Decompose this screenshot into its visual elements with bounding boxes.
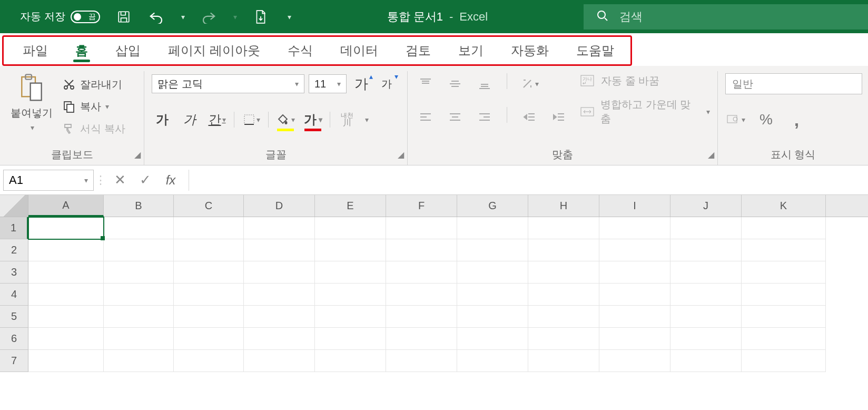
tab-6[interactable]: 검토 <box>392 37 445 64</box>
cell[interactable] <box>386 328 457 350</box>
file-export-button[interactable] <box>252 8 270 26</box>
align-bottom-button[interactable] <box>474 73 495 94</box>
cell[interactable] <box>599 239 670 261</box>
cell[interactable] <box>742 306 826 328</box>
cell[interactable] <box>244 350 315 372</box>
cell[interactable] <box>742 239 826 261</box>
cell[interactable] <box>244 328 315 350</box>
comma-button[interactable]: , <box>786 109 807 130</box>
autosave-toggle[interactable]: 끔 <box>71 11 100 23</box>
redo-button[interactable] <box>200 8 218 26</box>
cell[interactable] <box>599 284 670 306</box>
cell[interactable] <box>742 350 826 372</box>
tab-5[interactable]: 데이터 <box>327 37 392 64</box>
cancel-button[interactable]: ✕ <box>107 170 133 191</box>
cell[interactable] <box>742 328 826 350</box>
clipboard-launcher[interactable]: ◢ <box>134 150 141 160</box>
tab-9[interactable]: 도움말 <box>563 37 628 64</box>
cell[interactable] <box>457 261 528 284</box>
cell[interactable] <box>174 284 244 306</box>
name-box[interactable]: A1 ▾ <box>3 170 94 191</box>
align-middle-button[interactable] <box>445 73 466 94</box>
cell[interactable] <box>174 217 244 239</box>
cell[interactable] <box>599 261 670 284</box>
column-header[interactable]: K <box>742 195 826 217</box>
formula-input[interactable] <box>189 170 868 191</box>
undo-dropdown[interactable]: ▾ <box>181 13 185 21</box>
autosave[interactable]: 자동 저장 끔 <box>0 9 100 24</box>
align-right-button[interactable] <box>474 107 495 128</box>
search-box[interactable]: 검색 <box>584 4 868 30</box>
cell[interactable] <box>386 239 457 261</box>
cell[interactable] <box>599 328 670 350</box>
cell[interactable] <box>315 239 386 261</box>
cell[interactable] <box>28 217 104 239</box>
column-header[interactable]: D <box>244 195 315 217</box>
underline-button[interactable]: 간▾ <box>206 109 228 130</box>
cell[interactable] <box>244 284 315 306</box>
cell[interactable] <box>742 261 826 284</box>
merge-center-button[interactable]: 병합하고 가운데 맞춤 ▾ <box>580 97 710 126</box>
cell[interactable] <box>670 350 742 372</box>
cell[interactable] <box>174 261 244 284</box>
tab-1[interactable]: 홈 <box>62 37 102 64</box>
row-header[interactable]: 5 <box>0 306 28 328</box>
font-launcher[interactable]: ◢ <box>398 150 404 160</box>
cell[interactable] <box>599 350 670 372</box>
cell[interactable] <box>457 350 528 372</box>
cell[interactable] <box>670 261 742 284</box>
cell[interactable] <box>315 306 386 328</box>
cell[interactable] <box>174 350 244 372</box>
copy-button[interactable]: 복사 ▾ <box>61 97 125 115</box>
row-header[interactable]: 6 <box>0 328 28 350</box>
wrap-text-button[interactable]: 가나↵ 자동 줄 바꿈 <box>580 73 710 88</box>
cell[interactable] <box>104 217 174 239</box>
cell[interactable] <box>104 328 174 350</box>
cell[interactable] <box>28 284 104 306</box>
cell[interactable] <box>28 350 104 372</box>
cell[interactable] <box>528 261 599 284</box>
row-header[interactable]: 7 <box>0 350 28 372</box>
cell[interactable] <box>386 217 457 239</box>
row-header[interactable]: 3 <box>0 261 28 284</box>
increase-font-button[interactable]: 가 ▴ <box>351 73 372 94</box>
tab-4[interactable]: 수식 <box>274 37 327 64</box>
number-format-select[interactable]: 일반 <box>725 73 862 94</box>
cut-button[interactable]: 잘라내기 <box>61 75 125 93</box>
cell[interactable] <box>244 217 315 239</box>
cell[interactable] <box>742 217 826 239</box>
row-header[interactable]: 1 <box>0 217 28 239</box>
cell[interactable] <box>244 306 315 328</box>
cell[interactable] <box>670 239 742 261</box>
row-header[interactable]: 4 <box>0 284 28 306</box>
cell[interactable] <box>457 217 528 239</box>
tab-8[interactable]: 자동화 <box>497 37 563 64</box>
cell[interactable] <box>528 239 599 261</box>
column-header[interactable]: F <box>386 195 457 217</box>
cell[interactable] <box>315 328 386 350</box>
decrease-indent-button[interactable] <box>519 107 540 128</box>
column-header[interactable]: C <box>174 195 244 217</box>
column-header[interactable]: J <box>670 195 742 217</box>
cell[interactable] <box>104 284 174 306</box>
decrease-font-button[interactable]: 가 ▾ <box>376 73 397 94</box>
column-header[interactable]: B <box>104 195 174 217</box>
column-header[interactable]: I <box>599 195 670 217</box>
tab-7[interactable]: 보기 <box>445 37 497 64</box>
cell[interactable] <box>670 217 742 239</box>
redo-dropdown[interactable]: ▾ <box>233 13 237 21</box>
tab-0[interactable]: 파일 <box>9 37 62 64</box>
undo-button[interactable] <box>147 8 165 26</box>
cell[interactable] <box>386 306 457 328</box>
cell[interactable] <box>670 328 742 350</box>
cell[interactable] <box>742 284 826 306</box>
enter-button[interactable]: ✓ <box>133 170 158 191</box>
cell[interactable] <box>670 284 742 306</box>
cell[interactable] <box>174 328 244 350</box>
cell[interactable] <box>386 284 457 306</box>
cell[interactable] <box>599 306 670 328</box>
cell[interactable] <box>104 306 174 328</box>
cell[interactable] <box>104 261 174 284</box>
cell[interactable] <box>28 239 104 261</box>
column-header[interactable]: G <box>457 195 528 217</box>
